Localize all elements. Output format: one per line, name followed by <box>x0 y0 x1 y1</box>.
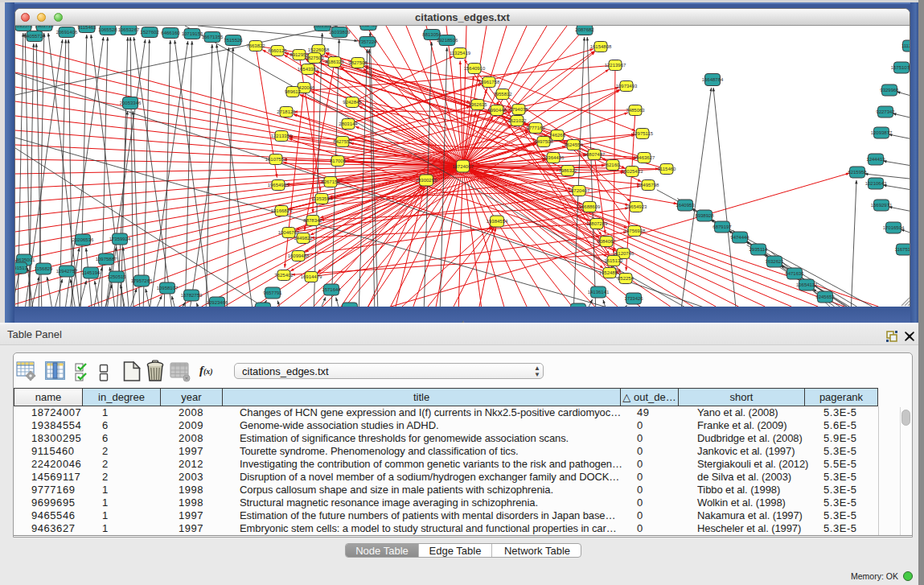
svg-text:9242845: 9242845 <box>343 100 362 105</box>
svg-text:18300295: 18300295 <box>416 178 437 183</box>
svg-text:1244413: 1244413 <box>866 157 885 162</box>
svg-text:1167534: 1167534 <box>895 247 910 252</box>
svg-text:1065528: 1065528 <box>98 27 117 32</box>
svg-text:14136141: 14136141 <box>588 290 610 295</box>
svg-text:16154808: 16154808 <box>590 44 612 49</box>
svg-text:989612: 989612 <box>285 89 302 94</box>
svg-text:746266: 746266 <box>549 133 566 138</box>
svg-text:7515526: 7515526 <box>224 38 243 43</box>
svg-text:9827500: 9827500 <box>305 56 324 60</box>
svg-text:19166825: 19166825 <box>271 208 293 213</box>
svg-text:16648784: 16648784 <box>702 77 724 82</box>
svg-text:62160: 62160 <box>606 163 620 167</box>
svg-text:7663822: 7663822 <box>246 43 265 48</box>
svg-text:8267154: 8267154 <box>321 179 340 184</box>
svg-text:8938928: 8938928 <box>695 213 714 218</box>
svg-text:2718126: 2718126 <box>277 109 296 114</box>
svg-text:16099488: 16099488 <box>288 253 310 258</box>
svg-text:1192346: 1192346 <box>341 306 360 307</box>
svg-text:18495798: 18495798 <box>638 183 659 187</box>
svg-text:18724007: 18724007 <box>452 164 474 169</box>
svg-text:15640910: 15640910 <box>464 66 486 71</box>
svg-text:12923466: 12923466 <box>207 300 228 305</box>
svg-text:8186323: 8186323 <box>325 60 344 64</box>
svg-text:1983719: 1983719 <box>35 26 54 28</box>
svg-text:19384554: 19384554 <box>487 219 508 224</box>
svg-text:3624554: 3624554 <box>564 142 583 147</box>
svg-text:16107552: 16107552 <box>265 157 287 162</box>
svg-text:10807487: 10807487 <box>584 152 606 157</box>
svg-text:7485063: 7485063 <box>626 108 645 113</box>
svg-text:2035572: 2035572 <box>15 26 33 28</box>
svg-text:20364436: 20364436 <box>543 155 565 160</box>
svg-text:16671355: 16671355 <box>202 35 224 39</box>
svg-text:1156829: 1156829 <box>35 266 54 271</box>
svg-text:16961758: 16961758 <box>478 80 500 84</box>
svg-text:9794078: 9794078 <box>509 107 528 112</box>
svg-text:19654923: 19654923 <box>626 204 647 209</box>
svg-text:20691406: 20691406 <box>56 30 78 35</box>
svg-text:8215958: 8215958 <box>848 170 867 175</box>
svg-text:2935114: 2935114 <box>749 247 769 252</box>
svg-text:7632621: 7632621 <box>765 259 784 264</box>
svg-text:17016504: 17016504 <box>883 225 905 230</box>
svg-text:2045631: 2045631 <box>253 306 273 307</box>
svg-text:8471636: 8471636 <box>785 271 804 276</box>
svg-text:817006: 817006 <box>330 159 347 163</box>
svg-text:7955812: 7955812 <box>493 92 512 97</box>
svg-text:10210643: 10210643 <box>865 181 887 186</box>
svg-text:7986322: 7986322 <box>558 168 577 173</box>
svg-text:18807289: 18807289 <box>586 221 608 226</box>
svg-text:1603381: 1603381 <box>313 26 332 28</box>
svg-text:16914479: 16914479 <box>301 274 322 279</box>
svg-text:12975115: 12975115 <box>632 131 654 136</box>
svg-text:14635001: 14635001 <box>15 257 35 262</box>
svg-text:10958107: 10958107 <box>157 286 179 290</box>
svg-text:10973493: 10973493 <box>616 84 638 89</box>
svg-text:8660125: 8660125 <box>268 48 287 53</box>
svg-text:19756928: 19756928 <box>624 229 646 233</box>
svg-text:252254: 252254 <box>618 276 634 281</box>
svg-text:16782759: 16782759 <box>181 293 203 298</box>
svg-text:9657791: 9657791 <box>263 290 282 295</box>
svg-text:9115460: 9115460 <box>658 167 677 171</box>
svg-text:15720407: 15720407 <box>569 188 590 193</box>
svg-text:15226058: 15226058 <box>308 47 330 52</box>
svg-text:9227342: 9227342 <box>876 109 895 114</box>
svg-text:15751074: 15751074 <box>891 65 910 70</box>
svg-text:1145194: 1145194 <box>82 270 101 275</box>
svg-text:10688609: 10688609 <box>579 204 601 209</box>
svg-text:17957265: 17957265 <box>131 278 153 283</box>
svg-text:10975887: 10975887 <box>96 257 117 262</box>
svg-text:9777169: 9777169 <box>526 126 545 130</box>
svg-text:12093877: 12093877 <box>871 130 893 135</box>
svg-text:9329966: 9329966 <box>880 88 899 93</box>
svg-text:20206536: 20206536 <box>72 237 94 242</box>
svg-text:10653267: 10653267 <box>118 27 140 32</box>
svg-text:9827508: 9827508 <box>348 60 368 65</box>
svg-text:1640953: 1640953 <box>676 203 695 208</box>
svg-text:13524851: 13524851 <box>599 270 621 275</box>
svg-text:2803144: 2803144 <box>339 122 358 126</box>
svg-text:17359924: 17359924 <box>109 237 131 241</box>
svg-text:1362615: 1362615 <box>468 102 487 107</box>
svg-text:6497508: 6497508 <box>534 139 553 144</box>
svg-text:11353594: 11353594 <box>311 196 333 201</box>
svg-text:6466160: 6466160 <box>161 31 180 35</box>
svg-text:10654112: 10654112 <box>796 282 818 287</box>
svg-text:8427552: 8427552 <box>333 139 352 144</box>
svg-text:7625402: 7625402 <box>274 273 294 278</box>
svg-text:1527602: 1527602 <box>140 30 159 35</box>
svg-text:8878342: 8878342 <box>303 218 322 223</box>
svg-text:20053346: 20053346 <box>120 101 142 105</box>
svg-text:2087682: 2087682 <box>575 27 594 32</box>
svg-text:1250515: 1250515 <box>107 274 126 279</box>
svg-text:1615132: 1615132 <box>604 258 623 263</box>
svg-text:1733426: 1733426 <box>624 296 643 301</box>
svg-text:9245652: 9245652 <box>815 295 835 299</box>
svg-text:10719155: 10719155 <box>182 31 203 36</box>
svg-text:1449822: 1449822 <box>294 236 313 241</box>
svg-text:9084067: 9084067 <box>597 239 616 244</box>
svg-text:10025433: 10025433 <box>622 169 643 174</box>
svg-text:8990448: 8990448 <box>487 108 507 113</box>
